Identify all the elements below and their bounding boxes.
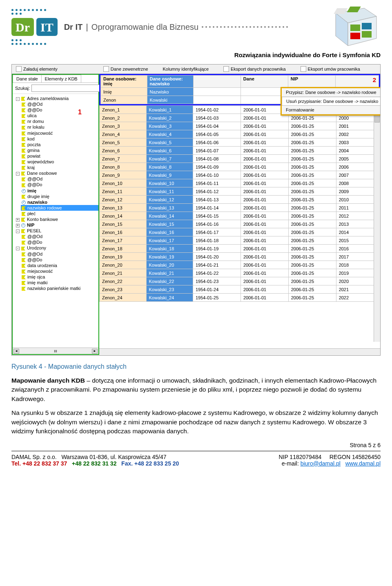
search-input[interactable]	[31, 85, 101, 92]
annotation-1: 1	[78, 109, 82, 116]
scroll-left-icon[interactable]: ◄	[13, 349, 19, 354]
web-link[interactable]: www.damal.pl	[345, 460, 381, 467]
app-screenshot: Załaduj elementy Dane zewenetrzne Kolumn…	[11, 64, 381, 356]
annotation-2: 2	[373, 76, 376, 83]
footer: DAMAL Sp. z o.o. Warszawa 01-836, ul. Ka…	[11, 454, 381, 467]
cm-assign[interactable]: Przypisz: Dane osobowe -> nazwisko rodow…	[282, 88, 381, 97]
vscrollbar[interactable]	[374, 105, 380, 342]
left-panel: Dane stałe Elementy z KDB Szukaj: -Adres…	[12, 74, 99, 355]
app-toolbar: Załaduj elementy Dane zewenetrzne Kolumn…	[12, 65, 380, 74]
right-hscrollbar[interactable]	[99, 348, 380, 355]
export-icon	[301, 66, 306, 72]
scroll-right-icon[interactable]: ►	[92, 349, 98, 354]
load-icon	[16, 66, 22, 72]
svg-rect-5	[350, 33, 360, 39]
email-link[interactable]: biuro@damal.pl	[301, 460, 341, 467]
brand-text: Dr IT | Oprogramowanie dla Biznesu	[64, 22, 288, 32]
doc-title: Rozwiązania indywidualne do Forte i Symf…	[11, 51, 381, 58]
toolbar-export-contract[interactable]: Eksport umów pracownika	[301, 66, 360, 72]
tree-view[interactable]: -Adres zameldowania@@Od@@Doulicanr domun…	[13, 94, 98, 348]
svg-rect-6	[362, 31, 372, 38]
paragraph-2: Na rysunku 5 w obszarze 1 znajdują się e…	[11, 408, 381, 436]
right-panel: 2 Dane osobowe: imięDane osobowe: nazwis…	[99, 74, 380, 355]
brand-title: Dr IT	[64, 22, 83, 32]
brand-subtitle: Oprogramowanie dla Biznesu	[91, 22, 198, 32]
cube-graphic	[319, 5, 381, 50]
export-icon	[223, 66, 229, 72]
tab-elementy-kdb[interactable]: Elementy z KDB	[41, 75, 81, 82]
left-tabs: Dane stałe Elementy z KDB	[13, 75, 98, 83]
logo: Dr IT	[11, 7, 58, 47]
data-grid[interactable]: Zenon_1Kowalski_11954-01-022006-01-01200…	[99, 105, 380, 302]
logo-badge-it: IT	[36, 18, 58, 36]
search-label: Szukaj:	[15, 86, 30, 91]
footer-rule	[11, 451, 381, 451]
para1-lead: Mapowanie danych KDB	[11, 377, 85, 384]
figure-caption: Rysunek 4 - Mapowanie danych stałych	[11, 363, 381, 370]
data-icon	[103, 66, 109, 72]
context-menu[interactable]: Przypisz: Dane osobowe -> nazwisko rodow…	[281, 87, 381, 116]
toolbar-idcols[interactable]: Kolumny identyfikujące	[163, 67, 209, 71]
paragraph-1: Mapowanie danych KDB – dotyczą one infor…	[11, 376, 381, 403]
logo-badge-dr: Dr	[11, 18, 34, 36]
svg-rect-3	[350, 25, 360, 31]
left-hscrollbar[interactable]: ◄ III ►	[13, 348, 98, 354]
tab-dane-stale[interactable]: Dane stałe	[13, 75, 42, 82]
trail-dots	[202, 26, 288, 28]
cm-format[interactable]: Formatowanie 3 ▸	[282, 106, 381, 114]
toolbar-external[interactable]: Dane zewenetrzne	[103, 66, 148, 72]
page-number: Strona 5 z 6	[11, 442, 381, 448]
cm-remove[interactable]: Usuń przypisanie: Dane osobowe -> nazwis…	[282, 97, 381, 106]
svg-rect-4	[362, 23, 372, 29]
page-header: Dr IT Dr IT | Oprogramowanie dla Biznesu	[11, 7, 381, 47]
toolbar-export-emp[interactable]: Eksport danych pracownika	[223, 66, 286, 72]
toolbar-load[interactable]: Załaduj elementy	[16, 66, 58, 72]
